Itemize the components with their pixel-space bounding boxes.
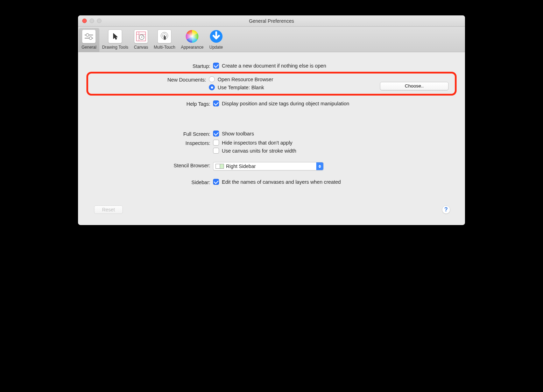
window-title: General Preferences (78, 18, 465, 24)
checkbox-icon (213, 140, 219, 146)
checkbox-label: Hide inspectors that don't apply (222, 140, 292, 146)
content-area: Startup: Create a new document if nothin… (78, 52, 465, 225)
checkbox-label: Show toolbars (222, 131, 254, 136)
choose-template-button[interactable]: Choose.. (380, 82, 449, 90)
radio-label: Use Template: Blank (218, 85, 264, 90)
checkbox-icon (213, 148, 219, 154)
help-button[interactable]: ? (442, 205, 450, 214)
checkbox-icon (213, 179, 219, 185)
checkbox-label: Display position and size tags during ob… (222, 101, 349, 106)
chevron-up-down-icon (316, 162, 323, 170)
window-controls (78, 19, 101, 23)
tab-label: Multi-Touch (154, 45, 175, 50)
sidebar-edit-names-checkbox[interactable]: Edit the names of canvases and layers wh… (213, 179, 457, 185)
new-documents-highlight: New Documents: Open Resource Browser Use… (86, 72, 457, 96)
pointer-icon (108, 29, 122, 43)
tab-label: Update (209, 45, 223, 50)
checkbox-label: Edit the names of canvases and layers wh… (222, 179, 341, 185)
checkbox-icon (213, 63, 219, 69)
stencil-browser-label: Stencil Browser: (86, 162, 213, 168)
tab-label: Drawing Tools (102, 45, 128, 50)
startup-create-new-checkbox[interactable]: Create a new document if nothing else is… (213, 63, 457, 69)
sidebar-position-icon (216, 164, 224, 169)
svg-point-1 (86, 34, 89, 36)
tab-label: Canvas (134, 45, 148, 50)
touch-icon (157, 29, 171, 43)
startup-label: Startup: (86, 63, 213, 69)
new-documents-label: New Documents: (88, 76, 209, 83)
tab-multi-touch[interactable]: Multi-Touch (151, 28, 178, 52)
preferences-window: General Preferences General Drawing Tool… (78, 15, 465, 225)
help-tags-label: Help Tags: (86, 100, 213, 107)
radio-label: Open Resource Browser (218, 77, 273, 82)
reset-button[interactable]: Reset (94, 205, 123, 214)
tab-drawing-tools[interactable]: Drawing Tools (99, 28, 131, 52)
checkbox-label: Use canvas units for stroke width (222, 148, 296, 154)
tab-canvas[interactable]: Canvas (131, 28, 151, 52)
stencil-browser-select[interactable]: Right Sidebar (213, 162, 324, 170)
full-screen-label: Full Screen: (86, 131, 213, 137)
close-icon[interactable] (82, 19, 87, 23)
hide-inspectors-checkbox[interactable]: Hide inspectors that don't apply (213, 140, 457, 146)
tab-label: General (82, 45, 97, 50)
select-value: Right Sidebar (226, 163, 256, 169)
tab-label: Appearance (181, 45, 204, 50)
canvas-units-checkbox[interactable]: Use canvas units for stroke width (213, 148, 457, 154)
checkbox-icon (213, 131, 219, 136)
sliders-icon (82, 29, 96, 43)
svg-point-11 (186, 30, 198, 43)
svg-point-8 (141, 37, 142, 38)
tab-appearance[interactable]: Appearance (178, 28, 206, 52)
radio-icon (209, 76, 215, 82)
download-icon (209, 29, 223, 43)
svg-point-3 (89, 37, 92, 40)
tab-general[interactable]: General (79, 28, 99, 52)
color-wheel-icon (185, 29, 199, 43)
tab-update[interactable]: Update (206, 28, 226, 52)
titlebar: General Preferences (78, 15, 465, 27)
radio-open-resource-browser[interactable]: Open Resource Browser (209, 76, 450, 82)
minimize-icon (90, 19, 94, 23)
radio-icon (209, 84, 215, 90)
preferences-toolbar: General Drawing Tools Canva (78, 27, 465, 52)
full-screen-toolbars-checkbox[interactable]: Show toolbars (213, 131, 457, 136)
inspectors-label: Inspectors: (86, 140, 213, 146)
help-tags-checkbox[interactable]: Display position and size tags during ob… (213, 100, 457, 106)
sidebar-label: Sidebar: (86, 179, 213, 185)
checkbox-icon (213, 100, 219, 106)
checkbox-label: Create a new document if nothing else is… (222, 63, 326, 69)
canvas-icon (134, 29, 148, 43)
zoom-icon (97, 19, 101, 23)
